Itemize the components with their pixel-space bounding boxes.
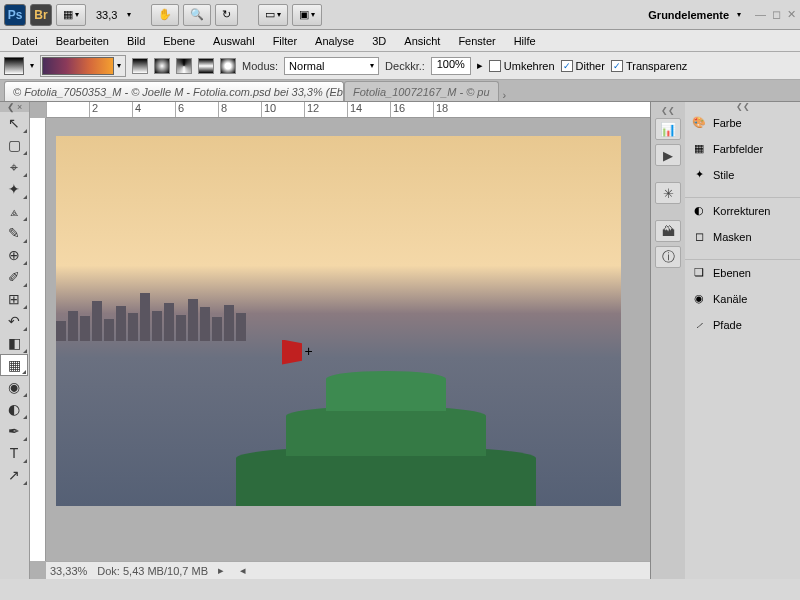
menu-ebene[interactable]: Ebene	[155, 32, 203, 50]
path-tool-icon[interactable]: ↗	[0, 464, 28, 486]
angle-gradient-icon[interactable]	[176, 58, 192, 74]
blur-tool-icon[interactable]: ◉	[0, 376, 28, 398]
transparency-checkbox[interactable]: ✓Transparenz	[611, 60, 687, 72]
palette-icon: 🎨	[691, 115, 707, 131]
modus-label: Modus:	[242, 60, 278, 72]
radial-gradient-icon[interactable]	[154, 58, 170, 74]
dither-checkbox[interactable]: ✓Dither	[561, 60, 605, 72]
wheel-panel-icon[interactable]: ✳	[655, 182, 681, 204]
ruler-vertical[interactable]	[30, 118, 46, 561]
strip-grip-icon[interactable]: ❮❮	[651, 106, 685, 114]
status-zoom[interactable]: 33,33%	[50, 565, 87, 577]
app-topbar: Ps Br ▦▾ 33,3▾ ✋ 🔍 ↻ ▭▾ ▣▾ Grundelemente…	[0, 0, 800, 30]
menu-bar: Datei Bearbeiten Bild Ebene Auswahl Filt…	[0, 30, 800, 52]
gradient-tool-icon[interactable]: ▦	[0, 354, 28, 376]
maximize-icon[interactable]: ◻	[772, 8, 781, 21]
menu-3d[interactable]: 3D	[364, 32, 394, 50]
tab-nav-arrows[interactable]: ›	[503, 89, 507, 101]
menu-auswahl[interactable]: Auswahl	[205, 32, 263, 50]
histogram-panel-icon[interactable]: 📊	[655, 118, 681, 140]
menu-ansicht[interactable]: Ansicht	[396, 32, 448, 50]
history-brush-icon[interactable]: ↶	[0, 310, 28, 332]
options-bar: ▾ ▾ Modus: Normal▾ Deckkr.: 100%▸ Umkehr…	[0, 52, 800, 80]
opacity-input[interactable]: 100%	[431, 57, 471, 75]
linear-gradient-icon[interactable]	[132, 58, 148, 74]
panel-kanale[interactable]: ◉Kanäle	[685, 286, 800, 312]
gradient-preview[interactable]	[42, 57, 114, 75]
pen-tool-icon[interactable]: ✒	[0, 420, 28, 442]
zoom-readout[interactable]: 33,3	[90, 9, 123, 21]
opacity-label: Deckkr.:	[385, 60, 425, 72]
channels-icon: ◉	[691, 291, 707, 307]
canvas-area: 24681012141618 + 33,33% Dok: 5,43 MB/10,…	[30, 102, 650, 579]
reverse-checkbox[interactable]: Umkehren	[489, 60, 555, 72]
document-canvas[interactable]: +	[56, 136, 621, 506]
menu-datei[interactable]: Datei	[4, 32, 46, 50]
status-doc-info[interactable]: Dok: 5,43 MB/10,7 MB	[97, 565, 208, 577]
screen-mode-button[interactable]: ▣▾	[292, 4, 322, 26]
canvas-viewport[interactable]: +	[46, 118, 650, 561]
eyedropper-tool-icon[interactable]: ✎	[0, 222, 28, 244]
move-tool-icon[interactable]: ↖	[0, 112, 28, 134]
healing-tool-icon[interactable]: ⊕	[0, 244, 28, 266]
panel-masken[interactable]: ◻Masken	[685, 224, 800, 250]
panel-farbe[interactable]: 🎨Farbe	[685, 110, 800, 136]
tool-panel: ❮ × ↖ ▢ ⌖ ✦ ⟁ ✎ ⊕ ✐ ⊞ ↶ ◧ ▦ ◉ ◐ ✒ T ↗	[0, 102, 30, 579]
panel-list: ❮❮ 🎨Farbe ▦Farbfelder ✦Stile ◐Korrekture…	[685, 102, 800, 579]
right-panel-dock: ❮❮ 📊 ▶ ✳ 🏔 ⓘ ❮❮ 🎨Farbe ▦Farbfelder ✦Stil…	[650, 102, 800, 579]
menu-bearbeiten[interactable]: Bearbeiten	[48, 32, 117, 50]
menu-fenster[interactable]: Fenster	[450, 32, 503, 50]
document-tabs: © Fotolia_7050353_M - © Joelle M - Fotol…	[0, 80, 800, 102]
photoshop-logo-icon[interactable]: Ps	[4, 4, 26, 26]
dodge-tool-icon[interactable]: ◐	[0, 398, 28, 420]
styles-icon: ✦	[691, 167, 707, 183]
menu-hilfe[interactable]: Hilfe	[506, 32, 544, 50]
wand-tool-icon[interactable]: ✦	[0, 178, 28, 200]
paths-icon: ⟋	[691, 317, 707, 333]
bridge-logo-icon[interactable]: Br	[30, 4, 52, 26]
collapsed-panel-strip: ❮❮ 📊 ▶ ✳ 🏔 ⓘ	[651, 102, 685, 579]
list-grip-icon[interactable]: ❮❮	[685, 102, 800, 110]
layers-icon: ❏	[691, 265, 707, 281]
panel-ebenen[interactable]: ❏Ebenen	[685, 260, 800, 286]
menu-filter[interactable]: Filter	[265, 32, 305, 50]
crop-tool-icon[interactable]: ⟁	[0, 200, 28, 222]
zoom-tool-shortcut[interactable]: 🔍	[183, 4, 211, 26]
reflected-gradient-icon[interactable]	[198, 58, 214, 74]
menu-bild[interactable]: Bild	[119, 32, 153, 50]
blend-mode-select[interactable]: Normal▾	[284, 57, 379, 75]
panel-grip-icon[interactable]: ❮ ×	[0, 102, 29, 112]
adjustments-icon: ◐	[691, 203, 707, 219]
lasso-tool-icon[interactable]: ⌖	[0, 156, 28, 178]
eraser-tool-icon[interactable]: ◧	[0, 332, 28, 354]
minimize-icon[interactable]: —	[755, 8, 766, 21]
brush-tool-icon[interactable]: ✐	[0, 266, 28, 288]
panel-korrekturen[interactable]: ◐Korrekturen	[685, 198, 800, 224]
ruler-horizontal[interactable]: 24681012141618	[46, 102, 650, 118]
document-tab-inactive[interactable]: Fotolia_10072167_M - © pu	[344, 81, 499, 101]
arrange-docs-button[interactable]: ▭▾	[258, 4, 288, 26]
swatches-icon: ▦	[691, 141, 707, 157]
landscape-panel-icon[interactable]: 🏔	[655, 220, 681, 242]
panel-farbfelder[interactable]: ▦Farbfelder	[685, 136, 800, 162]
type-tool-icon[interactable]: T	[0, 442, 28, 464]
rotate-view-shortcut[interactable]: ↻	[215, 4, 238, 26]
info-panel-icon[interactable]: ⓘ	[655, 246, 681, 268]
stamp-tool-icon[interactable]: ⊞	[0, 288, 28, 310]
panel-stile[interactable]: ✦Stile	[685, 162, 800, 188]
panel-pfade[interactable]: ⟋Pfade	[685, 312, 800, 338]
status-bar: 33,33% Dok: 5,43 MB/10,7 MB ▸ ◂	[46, 561, 650, 579]
diamond-gradient-icon[interactable]	[220, 58, 236, 74]
marquee-tool-icon[interactable]: ▢	[0, 134, 28, 156]
gradient-tool-icon[interactable]	[4, 57, 24, 75]
document-tab-active[interactable]: © Fotolia_7050353_M - © Joelle M - Fotol…	[4, 81, 344, 101]
close-icon[interactable]: ✕	[787, 8, 796, 21]
view-layout-button[interactable]: ▦▾	[56, 4, 86, 26]
masks-icon: ◻	[691, 229, 707, 245]
menu-analyse[interactable]: Analyse	[307, 32, 362, 50]
navigator-panel-icon[interactable]: ▶	[655, 144, 681, 166]
hand-tool-shortcut[interactable]: ✋	[151, 4, 179, 26]
workspace-switcher[interactable]: Grundelemente	[648, 9, 729, 21]
